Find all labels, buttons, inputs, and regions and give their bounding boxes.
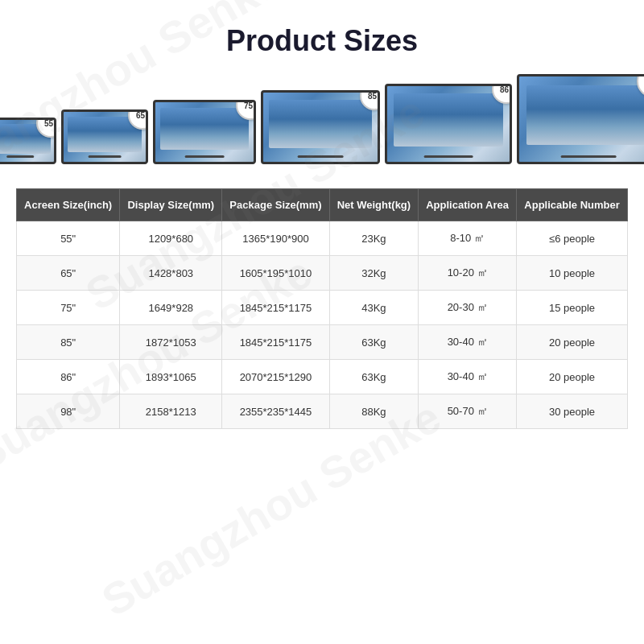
table-header-row: Acreen Size(inch) Display Size(mm) Packa… — [17, 189, 628, 221]
product-table: Acreen Size(inch) Display Size(mm) Packa… — [16, 188, 628, 429]
size-badge-86: 86" — [492, 84, 512, 104]
table-cell-2-0: 75" — [17, 291, 120, 325]
table-cell-4-2: 2070*215*1290 — [222, 360, 330, 394]
size-badge-98: 98" — [637, 74, 644, 97]
table-cell-0-3: 23Kg — [329, 221, 418, 256]
size-badge-75: 75" — [236, 100, 256, 120]
screen-85: 85" — [261, 90, 380, 164]
table-cell-2-1: 1649*928 — [120, 291, 222, 325]
screen-86: 86" — [385, 84, 512, 164]
size-badge-55: 55" — [36, 118, 56, 138]
table-row: 55"1209*6801365*190*90023Kg8-10 ㎡≤6 peop… — [17, 221, 628, 256]
table-cell-2-5: 15 people — [517, 291, 628, 325]
table-cell-3-4: 30-40 ㎡ — [419, 325, 517, 360]
table-cell-4-0: 86" — [17, 360, 120, 394]
table-row: 98"2158*12132355*235*144588Kg50-70 ㎡30 p… — [17, 394, 628, 429]
table-cell-0-0: 55" — [17, 221, 120, 256]
table-cell-5-4: 50-70 ㎡ — [419, 394, 517, 429]
col-header-net-weight: Net Weight(kg) — [329, 189, 418, 221]
table-cell-0-1: 1209*680 — [120, 221, 222, 256]
col-header-applicable: Applicable Number — [517, 189, 628, 221]
page-title: Product Sizes — [0, 0, 644, 66]
table-cell-3-2: 1845*215*1175 — [222, 325, 330, 360]
col-header-package-size: Package Size(mm) — [222, 189, 330, 221]
table-body: 55"1209*6801365*190*90023Kg8-10 ㎡≤6 peop… — [17, 221, 628, 429]
table-cell-5-3: 88Kg — [329, 394, 418, 429]
screen-65: 65" — [61, 109, 148, 164]
product-table-container: Acreen Size(inch) Display Size(mm) Packa… — [16, 188, 628, 429]
col-header-screen-size: Acreen Size(inch) — [17, 189, 120, 221]
col-header-display-size: Display Size(mm) — [120, 189, 222, 221]
table-cell-1-5: 10 people — [517, 256, 628, 291]
table-cell-3-5: 20 people — [517, 325, 628, 360]
table-cell-0-5: ≤6 people — [517, 221, 628, 256]
table-cell-0-4: 8-10 ㎡ — [419, 221, 517, 256]
table-cell-5-2: 2355*235*1445 — [222, 394, 330, 429]
table-cell-1-0: 65" — [17, 256, 120, 291]
table-cell-2-2: 1845*215*1175 — [222, 291, 330, 325]
table-cell-3-1: 1872*1053 — [120, 325, 222, 360]
table-cell-5-1: 2158*1213 — [120, 394, 222, 429]
table-cell-2-4: 20-30 ㎡ — [419, 291, 517, 325]
table-cell-1-2: 1605*195*1010 — [222, 256, 330, 291]
table-cell-3-3: 63Kg — [329, 325, 418, 360]
table-cell-4-1: 1893*1065 — [120, 360, 222, 394]
size-badge-65: 65" — [128, 109, 148, 130]
table-cell-4-5: 20 people — [517, 360, 628, 394]
table-cell-1-3: 32Kg — [329, 256, 418, 291]
table-cell-4-3: 63Kg — [329, 360, 418, 394]
table-cell-1-1: 1428*803 — [120, 256, 222, 291]
table-cell-0-2: 1365*190*900 — [222, 221, 330, 256]
screen-98: 98" — [517, 74, 644, 164]
table-row: 85"1872*10531845*215*117563Kg30-40 ㎡20 p… — [17, 325, 628, 360]
screen-55: 55" — [0, 118, 56, 164]
table-row: 86"1893*10652070*215*129063Kg30-40 ㎡20 p… — [17, 360, 628, 394]
screen-75: 75" — [153, 100, 256, 164]
table-row: 75"1649*9281845*215*117543Kg20-30 ㎡15 pe… — [17, 291, 628, 325]
table-cell-4-4: 30-40 ㎡ — [419, 360, 517, 394]
table-cell-5-0: 98" — [17, 394, 120, 429]
table-cell-2-3: 43Kg — [329, 291, 418, 325]
col-header-app-area: Application Area — [419, 189, 517, 221]
size-badge-85: 85" — [360, 90, 380, 110]
table-cell-5-5: 30 people — [517, 394, 628, 429]
table-cell-3-0: 85" — [17, 325, 120, 360]
screens-illustration: 55" 65" 75" 85" 86" 98" — [0, 66, 644, 180]
table-row: 65"1428*8031605*195*101032Kg10-20 ㎡10 pe… — [17, 256, 628, 291]
table-cell-1-4: 10-20 ㎡ — [419, 256, 517, 291]
